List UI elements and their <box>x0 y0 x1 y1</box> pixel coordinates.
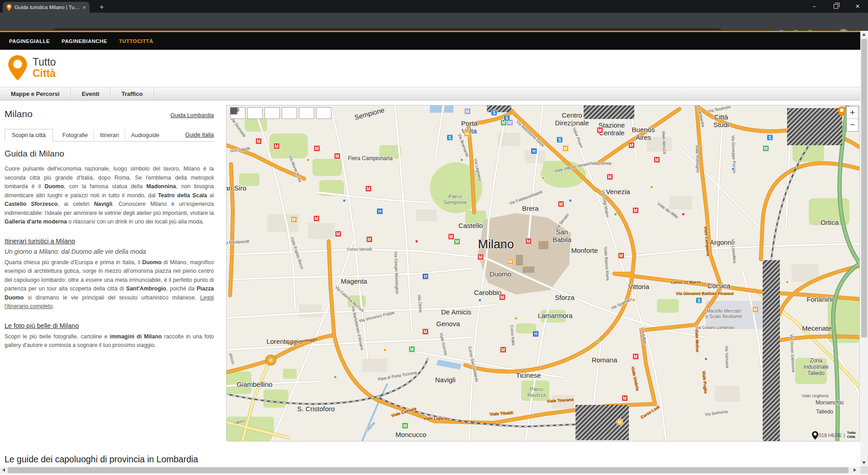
map-marker-red-icon[interactable]: M <box>632 207 639 214</box>
tab-favicon-pin-icon <box>6 4 12 11</box>
map-marker-red-icon[interactable]: M <box>477 254 484 260</box>
map-marker-red-icon[interactable]: M <box>314 145 320 152</box>
itinerari-section-link[interactable]: Itinerari turistici a Milano <box>5 238 75 245</box>
map-marker-orange-icon[interactable]: M <box>291 216 297 223</box>
guida-lombardia-link[interactable]: Guida Lombardia <box>170 112 214 119</box>
map-marker-h-icon[interactable]: H <box>422 273 429 280</box>
map-marker-s-icon[interactable]: S <box>767 134 773 141</box>
scroll-up-arrow[interactable] <box>862 33 866 36</box>
map-marker-red-icon[interactable]: M <box>525 238 532 244</box>
map-marker-red-icon[interactable]: M <box>255 138 262 144</box>
map-marker-red-icon[interactable]: M <box>365 185 372 192</box>
tab-close-icon[interactable]: × <box>82 4 86 11</box>
vertical-scroll-thumb[interactable] <box>861 39 867 337</box>
map-label: Genova <box>436 320 460 328</box>
map-marker-red-icon[interactable]: M <box>622 395 628 401</box>
map-label: Duomo <box>490 270 511 278</box>
map-marker-red-icon[interactable]: M <box>335 231 341 237</box>
window-minimize-button[interactable]: – <box>804 0 825 13</box>
window-close-button[interactable]: ✕ <box>847 0 868 13</box>
twitter-button[interactable] <box>282 107 297 119</box>
site-logo[interactable]: TuttoCittà <box>8 55 56 81</box>
map-marker-red-icon[interactable]: M <box>334 153 340 159</box>
map-label: Parco Ravizza <box>528 386 546 398</box>
tab-itinerari[interactable]: Itinerari <box>94 129 125 141</box>
tab-audioguide[interactable]: Audioguide <box>125 129 165 141</box>
browser-tab[interactable]: Guida turistica Milano | Tuttocittà × <box>3 2 90 13</box>
map-marker-red-icon[interactable]: M <box>628 142 635 148</box>
tab-scopri-la-citta[interactable]: Scopri la città <box>5 129 53 142</box>
map-marker-orange-icon[interactable]: M <box>464 130 470 137</box>
zoom-in-button[interactable]: + <box>847 107 858 119</box>
map-marker-s-icon[interactable]: S <box>557 137 563 143</box>
scroll-down-arrow[interactable] <box>862 461 866 464</box>
map-canvas[interactable]: MilanoCastelloSan BabilaMonforteDuomoCar… <box>226 105 860 442</box>
map-marker-red-icon[interactable]: M <box>448 233 454 240</box>
map-label: Brera <box>522 204 539 212</box>
map-label: De Amicis <box>441 308 472 316</box>
map-marker-green-icon[interactable]: M <box>409 346 415 352</box>
map-marker-red-icon[interactable]: M <box>632 353 639 360</box>
map-marker-red-icon[interactable]: M <box>618 252 624 259</box>
map-label: Viale Ergisto Bezzi <box>290 236 305 270</box>
map-marker-s-icon[interactable]: S <box>491 109 497 116</box>
new-tab-button[interactable]: + <box>96 2 108 13</box>
map-marker-red-icon[interactable]: M <box>274 143 280 149</box>
scroll-right-arrow[interactable] <box>854 468 856 472</box>
map-label: Morsenchio <box>816 399 844 406</box>
map-marker-red-icon[interactable]: M <box>654 157 660 163</box>
map-marker-h-icon[interactable]: H <box>533 331 539 337</box>
scroll-left-arrow[interactable] <box>2 468 5 472</box>
facebook-button[interactable] <box>264 107 280 119</box>
nav-mappe-e-percorsi[interactable]: Mappe e Percorsi <box>0 87 71 100</box>
foto-body: Scopri le più belle fotografie, cartolin… <box>5 332 214 350</box>
map-marker-red-icon[interactable]: M <box>422 328 429 335</box>
nav-traffico[interactable]: Traffico <box>111 87 154 100</box>
map-label: Via Sulmona <box>704 409 728 417</box>
map-marker-orange-icon[interactable]: M <box>752 306 759 313</box>
map-marker-red-icon[interactable]: M <box>499 294 505 300</box>
map-label: Sempione <box>354 106 385 121</box>
window-restore-button[interactable] <box>826 0 846 13</box>
map-marker-s-icon[interactable]: S <box>447 134 453 141</box>
map-label: Via Giorgio Washington <box>393 252 399 294</box>
map-marker-green-icon[interactable]: M <box>763 145 769 152</box>
map-marker-red-icon[interactable]: M <box>366 236 373 242</box>
map-poi-icon <box>334 375 337 379</box>
map-marker-red-icon[interactable]: M <box>607 174 613 180</box>
map-label: Viale Cassala <box>391 406 417 418</box>
vertical-scrollbar[interactable] <box>860 31 868 466</box>
horizontal-scroll-thumb[interactable] <box>8 467 849 473</box>
nav-paginebianche[interactable]: PAGINEBIANCHE <box>61 38 107 44</box>
nav-tuttocitta[interactable]: TUTTOCITTÀ <box>119 38 153 44</box>
map-marker-h-icon[interactable]: H <box>531 148 537 154</box>
zoom-out-button[interactable]: − <box>847 119 858 131</box>
nav-paginegialle[interactable]: PAGINEGIALLE <box>9 38 50 44</box>
map-marker-red-icon[interactable]: M <box>558 201 564 207</box>
map-marker-red-icon[interactable]: M <box>313 215 320 222</box>
map-marker-h-icon[interactable]: H <box>377 208 383 214</box>
tab-fotografie[interactable]: Fotografie <box>57 129 94 141</box>
map-marker-green-icon[interactable]: M <box>402 423 408 429</box>
map-label: Magenta <box>341 277 367 285</box>
map-label: Viale Umbria <box>630 366 640 391</box>
restore-icon <box>834 4 838 9</box>
map-marker-red-icon[interactable]: M <box>500 347 506 353</box>
map-marker-orange-icon[interactable]: M <box>507 258 514 265</box>
map-marker-orange-icon[interactable]: M <box>617 419 623 425</box>
foto-section-link[interactable]: Le foto più belle di Milano <box>5 322 79 329</box>
map-marker-s-icon[interactable]: S <box>504 115 510 121</box>
map-marker-red-icon[interactable]: M <box>597 127 603 133</box>
map-marker-s-icon[interactable]: S <box>696 297 702 304</box>
map-marker-orange-icon[interactable]: M <box>562 145 569 152</box>
map-attribution: ©2018 HERE | TuttoCittà <box>812 431 856 439</box>
apple-button[interactable] <box>299 107 314 119</box>
nav-eventi[interactable]: Eventi <box>71 87 111 100</box>
link-button[interactable] <box>247 107 263 119</box>
guide-italia-link[interactable]: Guide Italia <box>185 132 214 141</box>
map-marker-purple-icon[interactable]: M <box>464 108 471 114</box>
map-marker-green-icon[interactable]: M <box>454 238 460 245</box>
map-label: Via Bartolomeo d'Alviano <box>351 305 365 351</box>
android-button[interactable] <box>316 107 331 119</box>
horizontal-scrollbar[interactable] <box>0 466 868 474</box>
